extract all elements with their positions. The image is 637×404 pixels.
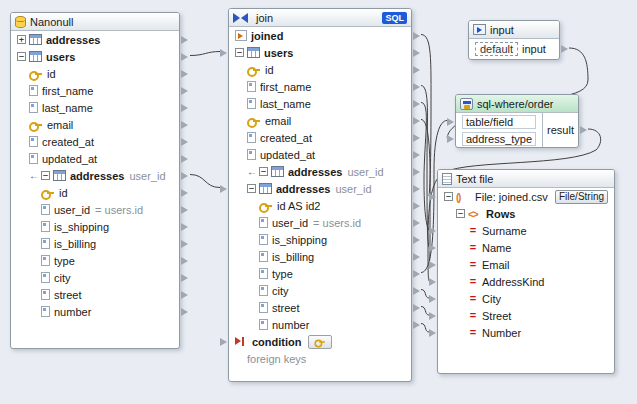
component-header[interactable]: input bbox=[469, 21, 559, 39]
field-icon bbox=[259, 251, 268, 262]
tree-row-last-name[interactable]: last_name bbox=[11, 99, 179, 116]
tree-row-is-billing[interactable]: is_billing bbox=[11, 235, 179, 252]
param-label[interactable]: address_type bbox=[462, 132, 536, 146]
row-label: type bbox=[272, 268, 293, 280]
tree-row-email[interactable]: email bbox=[229, 112, 411, 129]
tree-row-city[interactable]: city bbox=[229, 282, 411, 299]
tree-row-email[interactable]: email bbox=[11, 116, 179, 133]
wire-firstname-name[interactable] bbox=[421, 86, 429, 248]
tree-row-users[interactable]: −users bbox=[229, 44, 411, 61]
file-string-button[interactable]: File/String bbox=[555, 190, 608, 204]
tree-row-city[interactable]: =City bbox=[438, 290, 614, 307]
tree-row-users[interactable]: −users bbox=[11, 48, 179, 65]
tree-row-id[interactable]: id bbox=[11, 65, 179, 82]
result-label: result bbox=[547, 124, 574, 136]
tree-row-condition[interactable]: condition bbox=[229, 333, 411, 350]
input-port-row[interactable]: default input bbox=[469, 39, 559, 59]
component-input[interactable]: input default input bbox=[468, 20, 560, 60]
tree-row-is-shipping[interactable]: is_shipping bbox=[229, 231, 411, 248]
tree-row-addresses[interactable]: −addressesuser_id bbox=[229, 180, 411, 197]
tree-row-email[interactable]: =Email bbox=[438, 256, 614, 273]
tree-row-type[interactable]: type bbox=[229, 265, 411, 282]
collapse-icon[interactable]: − bbox=[235, 48, 244, 57]
row-label: addresses bbox=[70, 170, 124, 182]
component-header[interactable]: Nanonull bbox=[11, 13, 179, 31]
wire-street-street[interactable] bbox=[421, 307, 429, 316]
tree-row-is-shipping[interactable]: is_shipping bbox=[11, 218, 179, 235]
sql-badge[interactable]: SQL bbox=[382, 12, 407, 24]
collapse-icon[interactable]: − bbox=[444, 192, 453, 201]
tree-row-joined[interactable]: joined bbox=[229, 27, 411, 44]
collapse-icon[interactable]: − bbox=[259, 167, 268, 176]
collapse-icon[interactable]: − bbox=[41, 171, 50, 180]
csvfield-icon: = bbox=[468, 242, 478, 253]
component-sql-where-order[interactable]: sql-where/order table/field address_type… bbox=[455, 94, 579, 148]
param-label[interactable]: table/field bbox=[462, 115, 536, 129]
field-icon bbox=[41, 255, 50, 266]
tree-row-street[interactable]: street bbox=[229, 299, 411, 316]
tree-row-street[interactable]: street bbox=[11, 286, 179, 303]
collapse-icon[interactable]: − bbox=[247, 184, 256, 193]
row-label: city bbox=[54, 272, 71, 284]
field-icon bbox=[259, 234, 268, 245]
database-icon bbox=[15, 16, 26, 28]
row-label: user_id bbox=[54, 204, 90, 216]
result-port[interactable]: result bbox=[543, 113, 578, 147]
tree-row-addresses[interactable]: ←−addressesuser_id bbox=[229, 163, 411, 180]
component-text-file[interactable]: Text file −File: joined.csvFile/String−R… bbox=[437, 169, 615, 374]
tree-row-number[interactable]: number bbox=[229, 316, 411, 333]
param-address-type[interactable]: address_type bbox=[456, 130, 542, 147]
tree-row-created-at[interactable]: created_at bbox=[11, 133, 179, 150]
tree-row-id[interactable]: id bbox=[11, 184, 179, 201]
wire-city-city[interactable] bbox=[421, 290, 429, 299]
tree-row-street[interactable]: =Street bbox=[438, 307, 614, 324]
row-label: addresses bbox=[288, 166, 342, 178]
tree-row-type[interactable]: type bbox=[11, 252, 179, 269]
tree-row-first-name[interactable]: first_name bbox=[229, 78, 411, 95]
collapse-icon[interactable]: − bbox=[456, 209, 465, 218]
tree-row-addresskind[interactable]: =AddressKind bbox=[438, 273, 614, 290]
expand-icon[interactable]: + bbox=[17, 35, 26, 44]
default-value-box[interactable]: default bbox=[475, 42, 518, 56]
tree-row-user-id[interactable]: user_id= users.id bbox=[229, 214, 411, 231]
tree-row-name[interactable]: =Name bbox=[438, 239, 614, 256]
joined-icon bbox=[235, 30, 247, 41]
component-header[interactable]: join SQL bbox=[229, 9, 411, 27]
tree-row-created-at[interactable]: created_at bbox=[229, 129, 411, 146]
tree-row-user-id[interactable]: user_id= users.id bbox=[11, 201, 179, 218]
component-header[interactable]: sql-where/order bbox=[456, 95, 578, 113]
component-nanonull[interactable]: Nanonull +addresses−usersidfirst_namelas… bbox=[10, 12, 180, 349]
component-title: Nanonull bbox=[30, 16, 73, 28]
tree-row-last-name[interactable]: last_name bbox=[229, 95, 411, 112]
component-header[interactable]: Text file bbox=[438, 170, 614, 188]
tree-row-number[interactable]: number bbox=[11, 303, 179, 320]
wire-addresses[interactable] bbox=[190, 175, 220, 188]
tree-row-city[interactable]: city bbox=[11, 269, 179, 286]
tree-row-updated-at[interactable]: updated_at bbox=[11, 150, 179, 167]
tree-row-id-as-id2[interactable]: id AS id2 bbox=[229, 197, 411, 214]
tree-row-id[interactable]: id bbox=[229, 61, 411, 78]
param-table-field[interactable]: table/field bbox=[456, 113, 542, 130]
field-icon bbox=[29, 85, 38, 96]
field-icon bbox=[259, 268, 268, 279]
tree-row-number[interactable]: =Number bbox=[438, 324, 614, 341]
tree-row-updated-at[interactable]: updated_at bbox=[229, 146, 411, 163]
field-icon bbox=[247, 81, 256, 92]
tree-row-first-name[interactable]: first_name bbox=[11, 82, 179, 99]
component-join[interactable]: join SQL joined−usersidfirst_namelast_na… bbox=[228, 8, 412, 382]
tree-row-surname[interactable]: =Surname bbox=[438, 222, 614, 239]
tree-row-addresses[interactable]: ←−addressesuser_id bbox=[11, 167, 179, 184]
collapse-icon[interactable]: − bbox=[17, 52, 26, 61]
field-icon bbox=[259, 285, 268, 296]
tree-row-rows[interactable]: −Rows bbox=[438, 205, 614, 222]
row-suffix: = users.id bbox=[95, 204, 143, 216]
tree-row-file-joined-csv[interactable]: −File: joined.csvFile/String bbox=[438, 188, 614, 205]
tree-row-is-billing[interactable]: is_billing bbox=[229, 248, 411, 265]
tree-row-addresses[interactable]: +addresses bbox=[11, 31, 179, 48]
csvfield-icon: = bbox=[468, 225, 478, 236]
table-icon bbox=[29, 51, 42, 62]
condition-key-button[interactable] bbox=[308, 335, 332, 349]
row-label: last_name bbox=[260, 98, 311, 110]
wire-number-number[interactable] bbox=[421, 324, 429, 333]
wire-users[interactable] bbox=[190, 52, 220, 56]
